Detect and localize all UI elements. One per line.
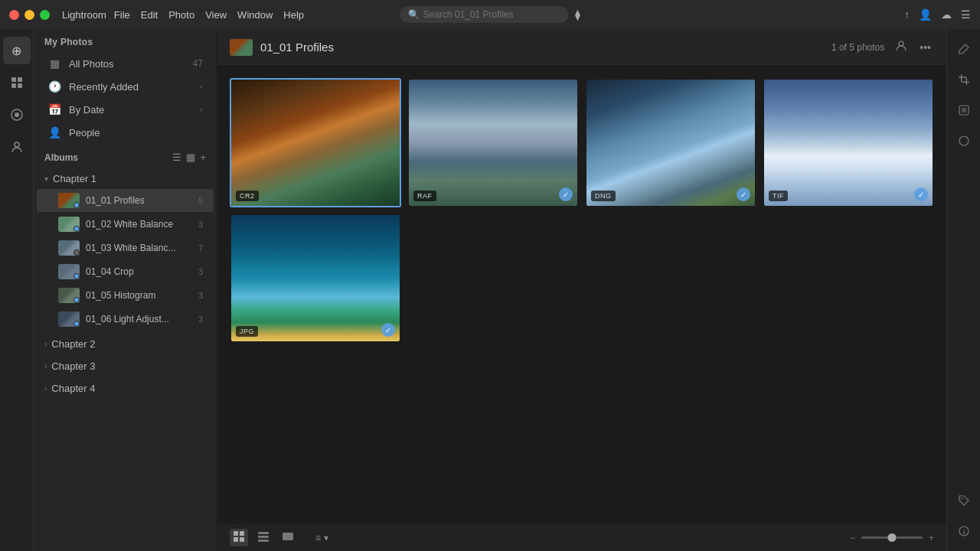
right-panel: i	[946, 29, 980, 551]
chapter-3-name: Chapter 3	[51, 360, 95, 372]
all-photos-count: 47	[193, 58, 203, 69]
upload-icon[interactable]: ↑	[904, 8, 910, 21]
close-button[interactable]	[9, 10, 19, 20]
chapter-1-arrow: ▾	[44, 174, 48, 183]
view-single-button[interactable]	[279, 529, 297, 546]
album-01-02-wb[interactable]: 01_02 White Balance 3	[37, 213, 214, 236]
album-01-05-hist[interactable]: 01_05 Histogram 3	[37, 284, 214, 307]
svg-point-5	[15, 112, 19, 117]
photo-cell-5[interactable]: JPG ✓	[230, 214, 401, 343]
album-01-01-thumb	[58, 193, 80, 208]
menu-edit[interactable]: Edit	[141, 9, 158, 21]
menu-view[interactable]: View	[205, 9, 227, 21]
recently-added-label: Recently Added	[69, 81, 192, 93]
titlebar-actions: ↑ 👤 ☁ ☰	[904, 8, 971, 21]
photo-image-2	[409, 80, 577, 206]
nav-people[interactable]: 👤 People	[37, 122, 214, 143]
album-01-05-thumb	[58, 288, 80, 303]
nav-photos-icon[interactable]	[3, 101, 31, 129]
zoom-out-icon[interactable]: −	[850, 533, 855, 543]
photo-cell-4[interactable]: TIF ✓	[763, 78, 934, 207]
svg-rect-14	[258, 540, 269, 542]
content-album-thumb	[230, 39, 253, 56]
albums-add-icon[interactable]: +	[200, 152, 206, 163]
album-01-04-crop[interactable]: 01_04 Crop 3	[37, 260, 214, 283]
album-01-01-count: 5	[198, 196, 203, 205]
album-01-01-profiles[interactable]: 01_01 Profiles 5	[37, 189, 214, 212]
photo-badge-3: DNG	[591, 191, 616, 201]
album-01-06-light[interactable]: 01_06 Light Adjust... 3	[37, 308, 214, 331]
albums-grid-view-icon[interactable]: ▦	[186, 152, 195, 163]
sort-label: ≡	[315, 533, 321, 543]
nav-by-date[interactable]: 📅 By Date ‹	[37, 99, 214, 120]
right-crop-icon[interactable]	[950, 66, 978, 93]
nav-library-icon[interactable]: ⊕	[3, 37, 31, 64]
recently-added-arrow: ‹	[200, 82, 203, 91]
app-name: Lightroom	[62, 9, 106, 21]
zoom-in-icon[interactable]: +	[929, 533, 934, 543]
photo-cell-1[interactable]: CR2	[230, 78, 401, 207]
nav-people-icon[interactable]	[3, 133, 31, 161]
album-01-02-thumb	[58, 217, 80, 232]
account-icon[interactable]: 👤	[919, 8, 932, 21]
albums-list-view-icon[interactable]: ☰	[172, 152, 181, 163]
nav-catalog-icon[interactable]	[3, 69, 31, 96]
right-presets-icon[interactable]	[950, 96, 978, 124]
chapter-2-arrow: ›	[44, 340, 47, 348]
photo-badge-5: JPG	[236, 326, 258, 337]
traffic-lights	[9, 10, 50, 20]
cloud-icon[interactable]: ☁	[941, 8, 952, 21]
menu-file[interactable]: File	[114, 9, 130, 21]
photo-check-3: ✓	[737, 187, 750, 201]
titlebar: Lightroom File Edit Photo View Window He…	[0, 0, 980, 29]
nav-all-photos[interactable]: ▦ All Photos 47	[37, 53, 214, 74]
share-people-icon[interactable]	[892, 37, 910, 57]
menu-icon[interactable]: ☰	[961, 8, 971, 21]
right-tag-icon[interactable]	[950, 487, 978, 514]
svg-rect-12	[258, 532, 269, 534]
svg-point-22	[959, 136, 969, 145]
menu-bar: File Edit Photo View Window Help	[114, 9, 304, 21]
by-date-icon: 📅	[47, 103, 61, 116]
zoom-slider[interactable]	[861, 536, 923, 539]
menu-photo[interactable]: Photo	[168, 9, 194, 21]
search-bar[interactable]: 🔍	[400, 6, 569, 23]
more-options-icon[interactable]: •••	[916, 38, 934, 57]
chapter-4-header[interactable]: › Chapter 4	[34, 379, 217, 398]
view-list-button[interactable]	[254, 529, 273, 546]
svg-rect-19	[962, 82, 969, 83]
bottom-right-controls: − +	[850, 533, 934, 543]
sort-button[interactable]: ≡ ▾	[309, 530, 335, 546]
chapter-2-header[interactable]: › Chapter 2	[34, 334, 217, 354]
filter-icon[interactable]: ⧫	[575, 8, 580, 21]
photo-image-4	[764, 80, 933, 206]
album-01-03-wb[interactable]: 01_03 White Balanc... 7	[37, 236, 214, 259]
right-info-icon[interactable]: i	[950, 517, 978, 545]
menu-help[interactable]: Help	[283, 9, 304, 21]
view-square-grid-button[interactable]	[230, 529, 248, 546]
right-edit-icon[interactable]	[950, 35, 978, 63]
album-01-05-sync-dot	[74, 297, 80, 303]
search-input[interactable]	[423, 9, 561, 20]
nav-recently-added[interactable]: 🕐 Recently Added ‹	[37, 76, 214, 97]
album-01-04-sync-dot	[74, 273, 80, 279]
svg-rect-21	[962, 108, 966, 112]
album-01-02-name: 01_02 White Balance	[86, 219, 192, 230]
menu-window[interactable]: Window	[237, 9, 273, 21]
svg-rect-9	[240, 531, 244, 536]
minimize-button[interactable]	[24, 10, 34, 20]
photo-check-5: ✓	[381, 323, 395, 337]
right-circle-icon[interactable]	[950, 127, 978, 155]
center-content: 01_01 Profiles 1 of 5 photos ••• CR2 RAF…	[217, 29, 946, 551]
photo-cell-2[interactable]: RAF ✓	[407, 78, 579, 207]
content-title: 01_01 Profiles	[260, 41, 824, 54]
albums-title: Albums	[44, 152, 168, 163]
maximize-button[interactable]	[40, 10, 50, 20]
chapter-1-header[interactable]: ▾ Chapter 1	[34, 169, 217, 188]
chapter-1-name: Chapter 1	[53, 173, 96, 184]
chapter-3-header[interactable]: › Chapter 3	[34, 357, 217, 376]
photo-cell-3[interactable]: DNG ✓	[585, 78, 756, 207]
photo-badge-4: TIF	[769, 191, 788, 201]
by-date-arrow: ‹	[200, 105, 203, 114]
svg-point-23	[961, 498, 962, 500]
